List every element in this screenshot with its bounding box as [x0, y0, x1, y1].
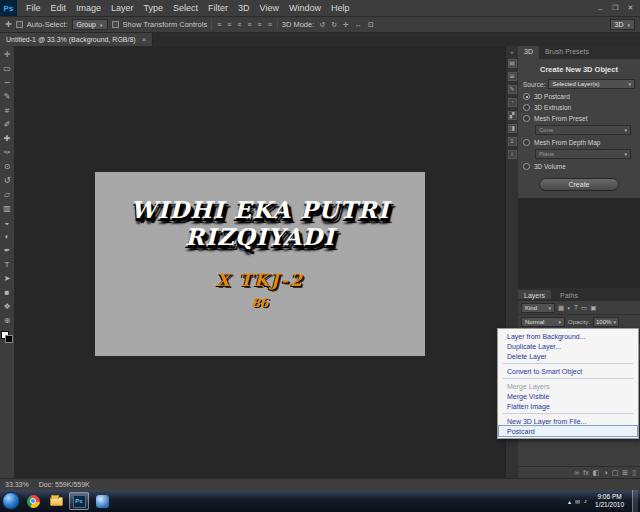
close-icon[interactable]: ✕: [624, 3, 637, 14]
dodge-tool-icon[interactable]: ◐: [1, 230, 14, 243]
menu-image[interactable]: Image: [71, 3, 106, 13]
delete-layer-icon[interactable]: ▯: [632, 469, 636, 477]
hand-tool-icon[interactable]: ❖: [1, 300, 14, 313]
menu-type[interactable]: Type: [139, 3, 169, 13]
show-transform-checkbox[interactable]: [112, 21, 119, 28]
document-canvas[interactable]: WIDHI EKA PUTRI RIZQIYADI X TKJ-2 86: [95, 172, 425, 356]
radio-icon[interactable]: [523, 139, 530, 146]
volume-icon[interactable]: ♪: [584, 498, 587, 504]
3d-drag-icon[interactable]: ✛: [342, 21, 350, 29]
menu-filter[interactable]: Filter: [203, 3, 233, 13]
create-button[interactable]: Create: [539, 178, 619, 191]
kind-filter-dropdown[interactable]: Kind ▾: [521, 303, 555, 313]
option-3d-extrusion[interactable]: 3D Extrusion: [523, 104, 635, 111]
eyedropper-tool-icon[interactable]: ✐: [1, 118, 14, 131]
show-desktop-button[interactable]: [632, 490, 638, 512]
move-tool-icon[interactable]: ✛: [1, 48, 14, 61]
mesh-preset-dropdown[interactable]: Cone ▾: [535, 125, 631, 135]
tab-paths[interactable]: Paths: [554, 290, 584, 299]
layer-style-icon[interactable]: fx: [583, 469, 588, 476]
eraser-tool-icon[interactable]: ▱: [1, 188, 14, 201]
marquee-tool-icon[interactable]: ▭: [1, 62, 14, 75]
menu-layer[interactable]: Layer: [106, 3, 139, 13]
tab-close-icon[interactable]: ×: [142, 35, 147, 44]
option-3d-postcard[interactable]: 3D Postcard: [523, 93, 635, 100]
depth-map-dropdown[interactable]: Plane ▾: [535, 149, 631, 159]
align-bottom-icon[interactable]: ≡: [267, 21, 273, 28]
start-button[interactable]: [2, 492, 20, 510]
auto-select-mode-dropdown[interactable]: Group ▾: [72, 19, 108, 30]
zoom-level[interactable]: 33.33%: [5, 481, 29, 488]
menu-edit[interactable]: Edit: [46, 3, 72, 13]
collapsed-panel-icon-1[interactable]: ▤: [508, 59, 517, 68]
filter-pixel-icon[interactable]: ▦: [558, 304, 564, 312]
type-tool-icon[interactable]: T: [1, 258, 14, 271]
taskbar-clock[interactable]: 9:06 PM 1/21/2010: [591, 493, 628, 509]
lasso-tool-icon[interactable]: ∽: [1, 76, 14, 89]
menu-view[interactable]: View: [255, 3, 284, 13]
quick-selection-tool-icon[interactable]: ✎: [1, 90, 14, 103]
menu-item-convert-to-smart-object[interactable]: Convert to Smart Object: [499, 366, 637, 376]
menu-item-merge-visible[interactable]: Merge Visible: [499, 391, 637, 401]
menu-item-postcard[interactable]: Postcard: [499, 426, 637, 436]
shape-tool-icon[interactable]: ■: [1, 286, 14, 299]
menu-3d[interactable]: 3D: [233, 3, 255, 13]
filter-adjustment-icon[interactable]: ◐: [567, 304, 571, 311]
align-center-icon[interactable]: ≡: [226, 21, 232, 28]
source-dropdown[interactable]: Selected Layer(s) ▾: [548, 79, 635, 89]
collapsed-panel-icon-4[interactable]: ◔: [508, 98, 517, 107]
collapsed-panel-icon-3[interactable]: ✎: [508, 85, 517, 94]
minimize-icon[interactable]: –: [594, 3, 607, 14]
3d-rotate-icon[interactable]: ↺: [318, 21, 326, 29]
new-group-icon[interactable]: ▢: [612, 469, 619, 477]
radio-icon[interactable]: [523, 104, 530, 111]
menu-item-delete-layer[interactable]: Delete Layer: [499, 351, 637, 361]
radio-selected-icon[interactable]: [523, 93, 530, 100]
healing-brush-tool-icon[interactable]: ✚: [1, 132, 14, 145]
filter-shape-icon[interactable]: ▭: [581, 304, 587, 312]
taskbar-chrome-button[interactable]: [23, 492, 43, 510]
menu-item-duplicate-layer[interactable]: Duplicate Layer...: [499, 341, 637, 351]
blend-mode-dropdown[interactable]: Normal ▾: [521, 317, 565, 327]
color-swatches[interactable]: [1, 331, 13, 343]
option-mesh-from-preset[interactable]: Mesh From Preset: [523, 115, 635, 122]
auto-select-checkbox[interactable]: [16, 21, 23, 28]
menu-select[interactable]: Select: [168, 3, 203, 13]
align-left-icon[interactable]: ≡: [216, 21, 222, 28]
collapsed-panel-icon-8[interactable]: i: [508, 150, 517, 159]
collapse-panels-icon[interactable]: «: [510, 49, 513, 55]
align-middle-icon[interactable]: ≡: [257, 21, 263, 28]
3d-roll-icon[interactable]: ↻: [330, 21, 338, 29]
menu-item-new-3d-layer-from-file[interactable]: New 3D Layer from File...: [499, 416, 637, 426]
opacity-field[interactable]: 100% ▾: [593, 317, 619, 327]
blur-tool-icon[interactable]: ◒: [1, 216, 14, 229]
path-selection-tool-icon[interactable]: ➤: [1, 272, 14, 285]
menu-item-layer-from-background[interactable]: Layer from Background...: [499, 331, 637, 341]
tab-brush-presets[interactable]: Brush Presets: [539, 46, 595, 59]
pen-tool-icon[interactable]: ✒: [1, 244, 14, 257]
3d-scale-icon[interactable]: ⊡: [367, 21, 375, 29]
menu-help[interactable]: Help: [326, 3, 355, 13]
radio-icon[interactable]: [523, 115, 530, 122]
new-layer-icon[interactable]: ⊞: [622, 469, 628, 477]
align-top-icon[interactable]: ≡: [246, 21, 252, 28]
taskbar-photoshop-button[interactable]: Ps: [69, 492, 89, 510]
document-tab[interactable]: Untitled-1 @ 33.3% (Background, RGB/8) ×: [0, 33, 153, 46]
option-3d-volume[interactable]: 3D Volume: [523, 163, 635, 170]
zoom-tool-icon[interactable]: ⊕: [1, 314, 14, 327]
filter-smart-object-icon[interactable]: ▣: [590, 304, 596, 312]
align-right-icon[interactable]: ≡: [236, 21, 242, 28]
workspace-switcher[interactable]: 3D ▾: [610, 19, 635, 30]
taskbar-explorer-button[interactable]: [46, 492, 66, 510]
clone-stamp-tool-icon[interactable]: ⊙: [1, 160, 14, 173]
crop-tool-icon[interactable]: #: [1, 104, 14, 117]
tab-3d[interactable]: 3D: [518, 46, 539, 59]
history-brush-tool-icon[interactable]: ↺: [1, 174, 14, 187]
menu-item-flatten-image[interactable]: Flatten Image: [499, 401, 637, 411]
restore-icon[interactable]: ❐: [609, 3, 622, 14]
collapsed-panel-icon-6[interactable]: ◨: [508, 124, 517, 133]
taskbar-media-button[interactable]: [92, 492, 112, 510]
menu-file[interactable]: File: [21, 3, 46, 13]
gradient-tool-icon[interactable]: ▥: [1, 202, 14, 215]
background-color-swatch[interactable]: [5, 335, 13, 343]
